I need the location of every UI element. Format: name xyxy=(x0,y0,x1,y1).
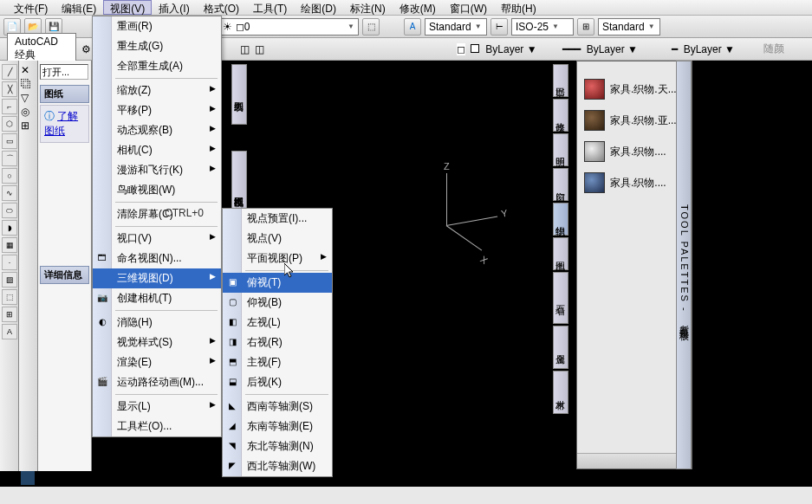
menu-tools[interactable]: 工具(T) xyxy=(246,0,294,15)
frontview-icon: ⬒ xyxy=(225,355,239,367)
menu-modify[interactable]: 修改(M) xyxy=(393,0,443,15)
open-input[interactable] xyxy=(40,64,88,80)
sheets-header[interactable]: 图纸 xyxy=(40,85,89,103)
vtab-ditu[interactable]: 地图 xyxy=(553,237,568,270)
swatch-item-3[interactable]: 家具.织物.... xyxy=(577,136,692,167)
mi-pan[interactable]: 平移(P)▶ xyxy=(93,100,221,120)
xline-icon[interactable]: ╳ xyxy=(2,81,17,97)
vtab-zhaoming[interactable]: 照明 xyxy=(553,133,568,166)
vtab-sheetlist[interactable]: 图纸列表 xyxy=(231,64,247,125)
mi-orbit[interactable]: 动态观察(B)▶ xyxy=(93,120,221,140)
linetype-combo[interactable]: ━━━ ByLayer ▼ xyxy=(562,43,666,55)
swatch-item-1[interactable]: 家具.织物.天... xyxy=(577,74,692,105)
mi-display[interactable]: 显示(L)▶ xyxy=(93,397,221,417)
text-icon[interactable]: A xyxy=(2,324,17,339)
lineweight-combo[interactable]: ━ ByLayer ▼ xyxy=(672,43,758,55)
mi-front[interactable]: ⬒主视(F) xyxy=(223,352,332,372)
mi-neiso[interactable]: ◥东北等轴测(N) xyxy=(223,436,332,456)
mirror-icon[interactable]: ▽ xyxy=(21,92,36,104)
menu-help[interactable]: 帮助(H) xyxy=(494,0,543,15)
ws-gear-icon[interactable]: ⚙ xyxy=(81,43,91,55)
menu-window[interactable]: 窗口(W) xyxy=(443,0,494,15)
mi-view3d[interactable]: 三维视图(D)▶ xyxy=(93,268,221,288)
offset-icon[interactable]: ◎ xyxy=(21,106,36,118)
menu-format[interactable]: 格式(O) xyxy=(197,0,246,15)
mi-birdeye[interactable]: 鸟瞰视图(W) xyxy=(93,180,221,200)
menu-insert[interactable]: 插入(I) xyxy=(152,0,196,15)
textstyle-icon[interactable]: A xyxy=(404,18,421,36)
hatch-icon[interactable]: ▨ xyxy=(2,272,17,288)
menu-dim[interactable]: 标注(N) xyxy=(343,0,393,15)
layer-tool2-icon[interactable]: ◫ xyxy=(240,43,250,55)
mi-render[interactable]: 渲染(E)▶ xyxy=(93,352,221,372)
region-icon[interactable]: ⬚ xyxy=(2,289,17,305)
mi-regenall[interactable]: 全部重生成(A) xyxy=(93,56,221,76)
circle-icon[interactable]: ○ xyxy=(2,168,17,184)
tablestyle-icon[interactable]: ⊞ xyxy=(577,18,594,36)
mi-bottom[interactable]: ▢仰视(B) xyxy=(223,293,332,313)
details-header[interactable]: 详细信息 xyxy=(40,266,89,284)
dimstyle-icon[interactable]: ⊢ xyxy=(490,18,508,36)
mi-viewport[interactable]: 视口(V)▶ xyxy=(93,229,221,249)
mi-top[interactable]: ▣俯视(T) xyxy=(223,273,332,293)
earc-icon[interactable]: ◗ xyxy=(2,220,17,236)
color-combo[interactable]: ByLayer ▼ xyxy=(471,43,557,55)
mi-visualstyle[interactable]: 视觉样式(S)▶ xyxy=(93,333,221,352)
layer-tool-icon[interactable]: ⬚ xyxy=(362,18,380,36)
status-icon[interactable] xyxy=(21,471,35,485)
menu-edit[interactable]: 编辑(E) xyxy=(55,0,103,15)
layer-combo[interactable]: 🔆 ☀ ◻ 0 ▼ xyxy=(203,18,359,36)
ellipse-icon[interactable]: ⬭ xyxy=(2,203,17,218)
mi-swiso[interactable]: ◣西南等轴测(S) xyxy=(223,397,332,417)
swatch-item-4[interactable]: 家具.织物.... xyxy=(577,167,692,198)
vtab-qiangshi[interactable]: 墙石 xyxy=(553,272,568,324)
vtab-mucai[interactable]: 木材 xyxy=(553,371,568,414)
vtab-basi[interactable]: 巴斯 xyxy=(553,64,568,97)
mi-createcam[interactable]: 📷创建相机(T) xyxy=(93,288,221,308)
mi-redraw[interactable]: 重画(R) xyxy=(93,16,221,36)
mi-zoom[interactable]: 缩放(Z)▶ xyxy=(93,81,221,100)
rect-icon[interactable]: ▭ xyxy=(2,133,17,149)
copy-icon[interactable]: ⿻ xyxy=(21,78,36,90)
mi-walkfly[interactable]: 漫游和飞行(K)▶ xyxy=(93,160,221,180)
dimstyle-combo[interactable]: ISO-25 ▼ xyxy=(511,18,574,36)
mi-regen[interactable]: 重生成(G) xyxy=(93,36,221,56)
textstyle-combo[interactable]: Standard ▼ xyxy=(425,18,487,36)
vtab-menchuang[interactable]: 门窗 xyxy=(553,168,568,201)
pline-icon[interactable]: ⌐ xyxy=(2,99,17,114)
arc-icon[interactable]: ⌒ xyxy=(2,151,17,166)
layer-tool3-icon[interactable]: ◫ xyxy=(255,43,264,55)
mi-vpoint-preset[interactable]: 视点预置(I)... xyxy=(223,209,332,229)
palette-title[interactable]: TOOL PALETTES - 所有选项板 xyxy=(676,61,692,469)
mi-camera[interactable]: 相机(C)▶ xyxy=(93,140,221,160)
erase-icon[interactable]: ✕ xyxy=(21,64,36,76)
swatch-item-2[interactable]: 家具.织物.亚... xyxy=(577,105,692,136)
vtab-xiugai[interactable]: 修改 xyxy=(553,99,568,132)
mi-seiso[interactable]: ◢东南等轴测(E) xyxy=(223,417,332,436)
block-icon[interactable]: ▦ xyxy=(2,237,17,253)
mi-vpoint[interactable]: 视点(V) xyxy=(223,229,332,249)
mi-nwiso[interactable]: ◤西北等轴测(W) xyxy=(223,456,332,476)
array-icon[interactable]: ⊞ xyxy=(21,120,36,132)
menu-view[interactable]: 视图(V) xyxy=(103,0,152,15)
mi-toolbars[interactable]: 工具栏(O)... xyxy=(93,417,221,436)
menu-file[interactable]: 文件(F) xyxy=(7,0,55,15)
tablestyle-combo[interactable]: Standard ▼ xyxy=(598,18,660,36)
point-icon[interactable]: · xyxy=(2,255,17,270)
mi-motion[interactable]: 🎬运动路径动画(M)... xyxy=(93,372,221,392)
line-icon[interactable]: ╱ xyxy=(2,64,17,80)
mi-planview[interactable]: 平面视图(P)▶ xyxy=(223,249,332,268)
mi-namedview[interactable]: 🗔命名视图(N)... xyxy=(93,249,221,268)
mi-left[interactable]: ◧左视(L) xyxy=(223,313,332,333)
menu-draw[interactable]: 绘图(D) xyxy=(294,0,343,15)
mi-back[interactable]: ⬓后视(K) xyxy=(223,372,332,392)
vtab-jinshu[interactable]: 金属 xyxy=(553,326,568,369)
mi-hide[interactable]: ◐消隐(H) xyxy=(93,313,221,333)
spline-icon[interactable]: ∿ xyxy=(2,185,17,201)
mi-right[interactable]: ◨右视(R) xyxy=(223,333,332,352)
mi-clear[interactable]: 清除屏幕(C)CTRL+0 xyxy=(93,204,221,224)
table-icon[interactable]: ⊞ xyxy=(2,307,17,322)
polygon-icon[interactable]: ⬡ xyxy=(2,116,17,132)
color-swatch-icon[interactable]: ◻ xyxy=(457,43,465,55)
vtab-zhiwu[interactable]: 织物 xyxy=(553,203,568,236)
